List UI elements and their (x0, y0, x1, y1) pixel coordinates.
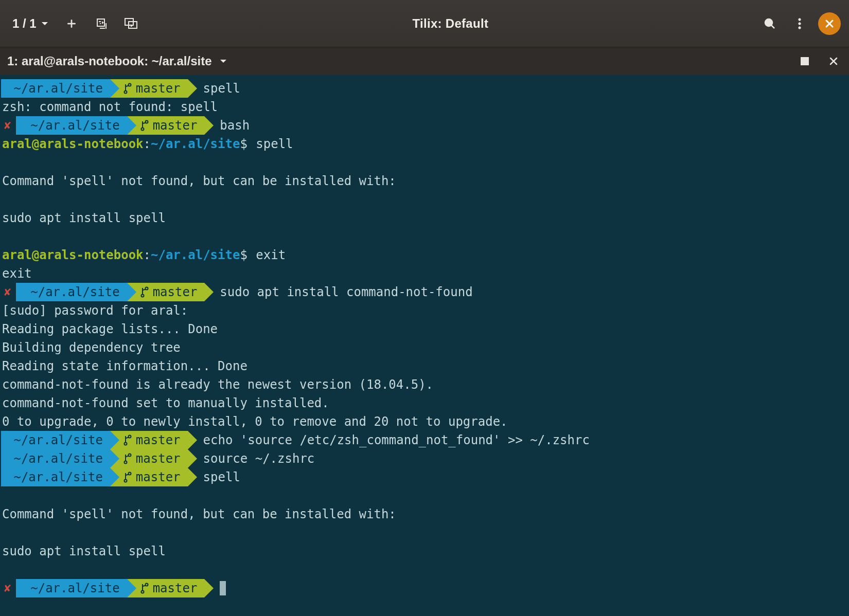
prompt-path-segment: ~/ar.al/site (16, 579, 127, 597)
pane-close-button[interactable] (825, 53, 842, 69)
pane-title-dropdown[interactable]: 1: aral@arals-notebook: ~/ar.al/site (7, 54, 227, 68)
prompt-line: ~/ar.al/sitemasterspell (1, 468, 848, 486)
zsh-prompt: ✘~/ar.al/sitemaster (1, 283, 204, 301)
prompt-line: ~/ar.al/sitemasterspell (1, 79, 848, 98)
kebab-menu-icon (794, 17, 805, 30)
add-session-button[interactable] (60, 12, 83, 35)
svg-point-11 (145, 121, 148, 123)
prompt-line: ✘~/ar.al/sitemastersudo apt install comm… (1, 283, 848, 301)
prompt-branch-segment: master (110, 468, 188, 486)
pane-title-label: 1: aral@arals-notebook: ~/ar.al/site (7, 54, 212, 68)
output-line: command-not-found is already the newest … (1, 375, 848, 394)
menu-button[interactable] (788, 12, 811, 35)
blank-line (1, 486, 848, 505)
svg-point-8 (124, 91, 127, 94)
prompt-branch-segment: master (127, 283, 205, 301)
svg-point-17 (128, 454, 131, 457)
prompt-branch-segment: master (110, 431, 188, 449)
git-branch-icon (140, 286, 149, 298)
zsh-prompt: ✘~/ar.al/sitemaster (1, 579, 204, 597)
prompt-path-segment: ~/ar.al/site (1, 431, 110, 449)
output-line: zsh: command not found: spell (1, 98, 848, 116)
svg-point-21 (145, 584, 148, 586)
close-icon (824, 19, 835, 29)
pane-titlebar: 1: aral@arals-notebook: ~/ar.al/site (0, 47, 849, 75)
error-glyph: ✘ (4, 116, 11, 135)
search-icon (764, 17, 776, 30)
output-line: sudo apt install spell (1, 209, 848, 227)
svg-point-13 (145, 287, 148, 290)
chevron-down-icon (219, 57, 227, 65)
zsh-prompt: ~/ar.al/sitemaster (1, 79, 188, 98)
window-title: Tilix: Default (150, 16, 751, 31)
plus-icon (66, 18, 77, 29)
split-right-button[interactable] (120, 12, 143, 35)
terminal-pane[interactable]: ~/ar.al/sitemasterspellzsh: command not … (0, 75, 849, 616)
output-line: Command 'spell' not found, but can be in… (1, 505, 848, 523)
output-line: Reading state information... Done (1, 357, 848, 375)
prompt-path-segment: ~/ar.al/site (1, 79, 110, 98)
output-line: Reading package lists... Done (1, 320, 848, 338)
split-right-icon (125, 18, 138, 29)
bash-prompt: aral@arals-notebook:~/ar.al/site$ (1, 246, 255, 264)
output-line: [sudo] password for aral: (1, 301, 848, 320)
svg-point-12 (141, 295, 144, 297)
blank-line (1, 190, 848, 209)
svg-point-19 (128, 473, 131, 475)
git-branch-icon (123, 453, 132, 464)
zsh-prompt: ~/ar.al/sitemaster (1, 449, 188, 468)
command-text: exit (255, 246, 286, 264)
window-close-button[interactable] (818, 12, 841, 35)
blank-line (1, 560, 848, 579)
prompt-line: ~/ar.al/sitemasterecho 'source /etc/zsh_… (1, 431, 848, 449)
command-text: sudo apt install command-not-found (204, 283, 472, 301)
prompt-line: ✘~/ar.al/sitemasterbash (1, 116, 848, 135)
prompt-branch-segment: master (110, 449, 188, 468)
svg-point-3 (765, 19, 772, 26)
chevron-down-icon (41, 20, 49, 28)
error-glyph: ✘ (4, 283, 11, 301)
svg-point-4 (799, 18, 801, 20)
git-branch-icon (123, 472, 132, 483)
prompt-branch-segment: master (127, 116, 205, 135)
svg-point-15 (128, 436, 131, 438)
prompt-path-segment: ~/ar.al/site (16, 116, 127, 135)
svg-point-10 (141, 128, 144, 131)
maximize-icon (800, 57, 809, 66)
git-branch-icon (123, 434, 132, 446)
prompt-line: ~/ar.al/sitemastersource ~/.zshrc (1, 449, 848, 468)
zsh-prompt: ~/ar.al/sitemaster (1, 468, 188, 486)
zsh-prompt: ~/ar.al/sitemaster (1, 431, 188, 449)
prompt-path-segment: ~/ar.al/site (16, 283, 127, 301)
svg-point-9 (128, 84, 131, 86)
git-branch-icon (140, 120, 149, 131)
prompt-error-segment: ✘ (1, 116, 16, 135)
blank-line (1, 227, 848, 246)
session-counter-dropdown[interactable]: 1 / 1 (8, 16, 53, 31)
svg-point-20 (141, 591, 144, 593)
prompt-line: aral@arals-notebook:~/ar.al/site$ exit (1, 246, 848, 264)
git-branch-icon (123, 83, 132, 94)
search-button[interactable] (758, 12, 781, 35)
error-glyph: ✘ (4, 579, 11, 597)
blank-line (1, 523, 848, 542)
output-line: Command 'spell' not found, but can be in… (1, 172, 848, 190)
split-down-icon (95, 17, 108, 30)
output-line: command-not-found set to manually instal… (1, 394, 848, 412)
close-icon (829, 57, 838, 66)
zsh-prompt: ✘~/ar.al/sitemaster (1, 116, 204, 135)
prompt-branch-segment: master (127, 579, 205, 597)
svg-point-16 (124, 461, 127, 464)
output-line: 0 to upgrade, 0 to newly install, 0 to r… (1, 412, 848, 431)
command-text: spell (255, 135, 293, 153)
prompt-line: ✘~/ar.al/sitemaster (1, 579, 848, 597)
prompt-path-segment: ~/ar.al/site (1, 449, 110, 468)
prompt-branch-segment: master (110, 79, 188, 98)
prompt-error-segment: ✘ (1, 283, 16, 301)
git-branch-icon (140, 583, 149, 594)
split-down-button[interactable] (90, 12, 113, 35)
command-text: echo 'source /etc/zsh_command_not_found'… (188, 431, 590, 449)
pane-maximize-button[interactable] (797, 53, 813, 69)
terminal-cursor (220, 581, 226, 595)
output-line: Building dependency tree (1, 338, 848, 357)
